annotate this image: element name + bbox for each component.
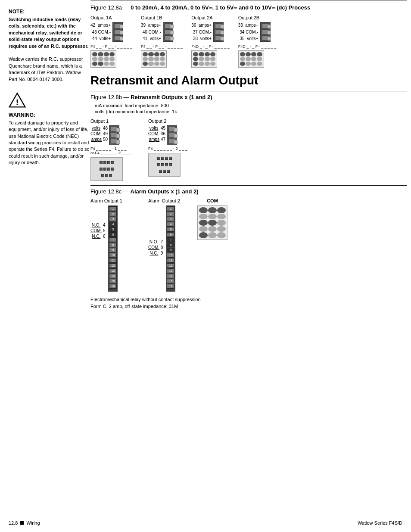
alarm-2-pin-15: 15 [167,279,174,283]
dot [98,52,103,56]
din-pin [169,163,172,166]
alarm-2-pin-5: 5 [167,227,174,232]
footer-page-num: 12.8 [9,520,18,526]
alarm-2-pin-10: 10 [167,253,174,258]
output-2a-label: Output 2A [191,15,213,20]
dot [208,207,217,213]
dot [154,52,159,56]
dot [160,52,165,56]
pin-1a-3 [114,35,121,40]
dot [205,57,210,61]
rt-1-f-label: F4 _ _ _ _ _ - 1 _ _ _or F4 _ _ _ _ _ - … [90,146,131,155]
din-pin [100,161,103,164]
bottom-note: Electromechanical relay without contact … [90,296,407,310]
dot [109,57,115,61]
alarm-pin-1: 1 [109,206,117,211]
bottom-note-2: Form C, 2 amp, off-state impedance: 31M [90,303,407,310]
din-row [157,157,172,160]
output-2a-body [213,22,224,42]
output-2b-label: Output 2B [238,15,260,20]
pin-amps-47: amps 47 [148,137,165,142]
warning-triangle-icon: ! [9,91,26,109]
din-pin [167,170,170,173]
din-pin [109,174,112,177]
dot [217,214,226,220]
spacer-3 [90,217,105,222]
alarm-pin-14: 14 [109,274,117,278]
dot [104,52,109,56]
alarm-1-nc-label: N.C. 6 [90,233,105,239]
dot [193,57,198,61]
dot [217,207,226,213]
output-2b-labels: 33 amps+ 34 COM.- 35 volts+ [238,22,258,42]
alarm-pin-3: 3 [109,217,117,221]
fig-a-title: Figure 12.8a — 0 to 20mA, 4 to 20mA, 0 t… [90,0,407,12]
spacer-5 [148,228,163,233]
output-1b-body [163,22,173,42]
alarm-2-pin-14: 14 [167,274,174,278]
alarm-pin-11: 11 [109,258,117,263]
output-1a: Output 1A 42 amps+ 43 COM.- 44 volts+ F4… [90,15,132,68]
alarm-1-connector-body: 1 2 3 4 5 6 7 8 9 10 11 12 13 14 15 16 [108,205,118,292]
rt-2-side-labels: volts 45 COM. 46 amps 47 [148,125,165,142]
alarm-2-pin-11: 11 [167,258,174,263]
com-label: COM [197,198,227,203]
comp-2a [191,50,217,68]
retransmit-output-2: Output 2 volts 45 COM. 46 amps 47 F4 _ _… [148,118,187,181]
output-2a-connector: 36 amps+ 37 COM.- 38 volts+ [191,22,224,42]
pin-35: 35 volts+ [238,36,258,41]
alarm-1-com-label: COM. 5 [90,228,105,233]
footer-right: Watlow Series F4S/D [358,520,402,526]
pin-2b-2 [262,29,269,34]
comp-1b [141,50,167,68]
dot [104,62,109,66]
output-2b: Output 2B 33 amps+ 34 COM.- 35 volts+ F4… [238,15,277,68]
rt-2-f-label: F4 _ _ _ _ _ _ - 2 _ _ _ [148,146,187,151]
rt-2-din [148,153,181,177]
dot [208,220,217,226]
din-pin [161,163,164,166]
fig-c-prefix: Figure 12.8c — [90,188,131,195]
dot [193,52,198,56]
output-1a-labels: 42 amps+ 43 COM.- 44 volts+ [90,22,111,42]
alarm-2-pin-6: 6 [167,232,174,237]
dot [205,62,210,66]
pin-37: 37 COM.- [191,30,212,34]
left-column: NOTE: Switching inductive loads (relay c… [9,9,90,166]
alarm-pin-4: 4 [109,222,117,227]
rt-1-connector-wrapper: volts 48 COM. 49 amps 50 [90,125,131,145]
alarm-2-side-labels-container: N.O. 7 COM. 8 N.C. 9 [148,205,163,256]
din-pin [157,163,160,166]
pin-2b-3 [262,35,269,40]
dot [148,62,153,66]
section-heading: Retransmit and Alarm Output [90,74,407,87]
fig-a-title-prefix: Figure 12.8a — [90,4,131,11]
alarm-pin-6: 6 [109,232,117,237]
dot [208,232,217,238]
pin-41: 41 volts+ [141,36,161,41]
dot [199,232,208,238]
dot [251,57,256,61]
din-pin [103,161,106,164]
alarm-2-pin-7: 7 [167,237,174,242]
pin-40: 40 COM.- [141,30,161,34]
pin-43: 43 COM.- [90,30,111,34]
dot [251,52,256,56]
spacer-2 [90,211,105,217]
alarm-2-connector-wrapper: N.O. 7 COM. 8 N.C. 9 1 2 3 4 5 6 7 8 9 1… [148,205,180,292]
pin-39: 39 amps+ [141,23,161,28]
alarm-com-block: COM [197,198,227,240]
dot [210,52,215,56]
alarm-1-no-label: N.O. 4 [90,222,105,228]
alarm-2-pin-2: 2 [167,212,174,216]
pin-1a-2 [114,29,121,34]
retransmit-outputs: Output 1 volts 48 COM. 49 amps 50 F4 _ _… [90,118,407,181]
spacer-2 [148,211,163,217]
output-1b-label: Output 1B [141,15,162,20]
pin-1b-3 [165,35,171,40]
spacer-4 [148,222,163,228]
pin-38: 38 volts+ [191,36,212,41]
rt-1-connector-body [109,125,119,145]
alarm-pin-15: 15 [109,279,117,283]
dot [240,62,245,66]
